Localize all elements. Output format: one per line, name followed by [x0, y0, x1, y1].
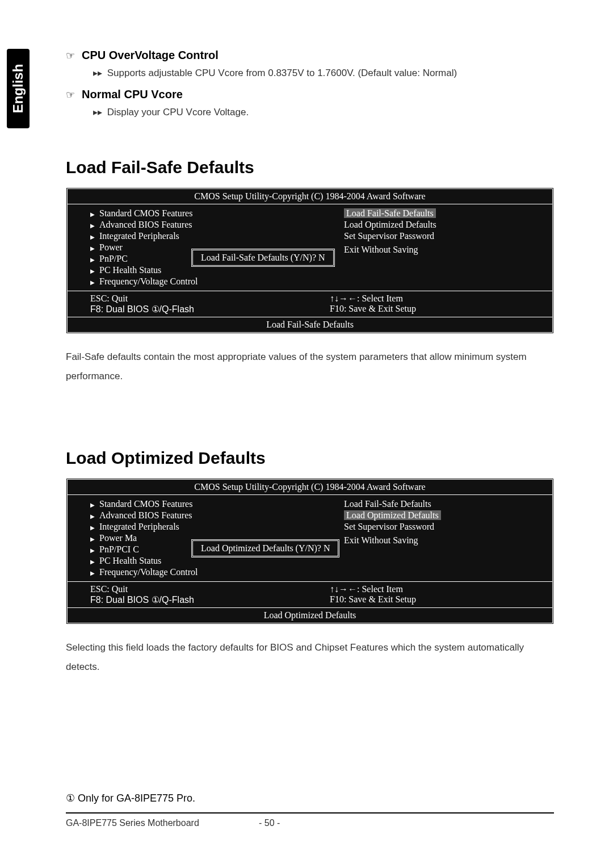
bios-menu-item: Load Optimized Defaults — [344, 219, 552, 230]
menu-label: Power — [99, 242, 123, 252]
footer-row: GA-8IPE775 Series Motherboard - 50 - — [66, 818, 554, 828]
menu-label: Standard CMOS Features — [99, 208, 192, 218]
bios-menu-item: Load Fail-Safe Defaults — [344, 208, 552, 219]
bios-prompt-dialog: Load Optimized Defaults (Y/N)? N — [191, 539, 339, 557]
bios-menu-item: Set Supervisor Password — [344, 521, 552, 532]
triangle-icon: ▶ — [90, 223, 99, 229]
bios-screenshot-failsafe: CMOS Setup Utility-Copyright (C) 1984-20… — [66, 187, 554, 334]
triangle-icon: ▶ — [90, 547, 99, 553]
desc-text: Supports adjustable CPU Vcore from 0.837… — [107, 68, 457, 78]
bios-menu-item: Load Optimized Defaults — [344, 510, 552, 521]
bios-key-hints: ESC: Quit F8: Dual BIOS ①/Q-Flash ↑↓→←: … — [68, 582, 552, 608]
section-description: Fail-Safe defaults contain the most appr… — [66, 347, 554, 386]
key-hint: ESC: Quit — [90, 584, 313, 594]
menu-label: Frequency/Voltage Control — [99, 567, 198, 577]
key-hint: ESC: Quit — [90, 293, 313, 304]
bios-menu-area: ▶Standard CMOS Features ▶Advanced BIOS F… — [68, 204, 552, 291]
triangle-icon: ▶ — [90, 559, 99, 565]
bios-menu-item: ▶Advanced BIOS Features — [90, 219, 310, 230]
option-normal-vcore: ☞ Normal CPU Vcore — [66, 88, 554, 101]
bios-menu-item: Exit Without Saving — [344, 535, 552, 546]
bios-menu-item: Exit Without Saving — [344, 244, 552, 255]
page-number: - 50 - — [259, 818, 304, 828]
menu-label: PC Health Status — [99, 556, 161, 565]
option-cpu-overvoltage: ☞ CPU OverVoltage Control — [66, 49, 554, 62]
triangle-icon: ▶ — [90, 570, 99, 576]
bios-right-col: Load Fail-Safe Defaults Load Optimized D… — [310, 498, 552, 578]
key-hints-right: ↑↓→←: Select Item F10: Save & Exit Setup — [313, 293, 552, 315]
arrow-icon: ▸▸ — [93, 68, 102, 78]
language-label: English — [10, 64, 26, 114]
bios-left-col: ▶Standard CMOS Features ▶Advanced BIOS F… — [68, 498, 310, 578]
menu-label: Advanced BIOS Features — [99, 220, 192, 229]
section-heading-optimized: Load Optimized Defaults — [66, 448, 554, 468]
menu-label: PC Health Status — [99, 265, 161, 275]
footer-model: GA-8IPE775 Series Motherboard — [66, 818, 259, 828]
menu-label: Integrated Peripherals — [99, 522, 179, 531]
key-hints-left: ESC: Quit F8: Dual BIOS ①/Q-Flash — [73, 293, 313, 315]
key-hints-left: ESC: Quit F8: Dual BIOS ①/Q-Flash — [73, 584, 313, 605]
bios-prompt-dialog: Load Fail-Safe Defaults (Y/N)? N — [191, 249, 335, 267]
footer-rule — [66, 812, 554, 814]
page-content: ☞ CPU OverVoltage Control ▸▸ Supports ad… — [66, 49, 554, 677]
triangle-icon: ▶ — [90, 268, 99, 274]
footnote-line: ① Only for GA-8IPE775 Pro. — [66, 792, 554, 804]
key-hint: ↑↓→←: Select Item — [330, 584, 552, 594]
bios-menu-item: ▶Integrated Peripherals — [90, 521, 310, 532]
bios-menu-item: ▶Integrated Peripherals — [90, 230, 310, 242]
key-hint: F8: Dual BIOS ①/Q-Flash — [90, 304, 313, 315]
menu-label: Standard CMOS Features — [99, 499, 192, 509]
triangle-icon: ▶ — [90, 513, 99, 519]
menu-label: Advanced BIOS Features — [99, 510, 192, 520]
section-heading-failsafe: Load Fail-Safe Defaults — [66, 158, 554, 177]
menu-label: PnP/PCI C — [99, 544, 139, 554]
bios-screenshot-optimized: CMOS Setup Utility-Copyright (C) 1984-20… — [66, 478, 554, 624]
pointer-icon: ☞ — [66, 89, 77, 101]
page-footer: ① Only for GA-8IPE775 Pro. GA-8IPE775 Se… — [66, 792, 554, 828]
triangle-icon: ▶ — [90, 525, 99, 531]
bios-right-col: Load Fail-Safe Defaults Load Optimized D… — [310, 208, 552, 287]
pointer-icon: ☞ — [66, 49, 77, 62]
option-title: CPU OverVoltage Control — [82, 49, 219, 62]
bios-menu-item: ▶Frequency/Voltage Control — [90, 567, 310, 578]
triangle-icon: ▶ — [90, 234, 99, 240]
menu-label: Power Ma — [99, 533, 137, 543]
key-hint: F10: Save & Exit Setup — [330, 594, 552, 605]
bios-footer: Load Optimized Defaults — [68, 608, 552, 623]
bios-menu-area: ▶Standard CMOS Features ▶Advanced BIOS F… — [68, 495, 552, 582]
option-title: Normal CPU Vcore — [82, 88, 183, 101]
triangle-icon: ▶ — [90, 245, 99, 251]
bios-menu-item: ▶Advanced BIOS Features — [90, 510, 310, 521]
menu-label: Integrated Peripherals — [99, 231, 179, 241]
menu-label: Frequency/Voltage Control — [99, 276, 198, 286]
menu-label: PnP/PC — [99, 254, 128, 263]
bios-footer: Load Fail-Safe Defaults — [68, 317, 552, 332]
option-desc: ▸▸ Display your CPU Vcore Voltage. — [93, 107, 554, 118]
triangle-icon: ▶ — [90, 211, 99, 217]
key-hint: ↑↓→←: Select Item — [330, 293, 552, 304]
bios-key-hints: ESC: Quit F8: Dual BIOS ①/Q-Flash ↑↓→←: … — [68, 291, 552, 317]
bios-title: CMOS Setup Utility-Copyright (C) 1984-20… — [68, 480, 552, 495]
key-hints-right: ↑↓→←: Select Item F10: Save & Exit Setup — [313, 584, 552, 605]
key-hint: F8: Dual BIOS ①/Q-Flash — [90, 594, 313, 605]
bios-menu-item: Set Supervisor Password — [344, 230, 552, 242]
menu-label-highlight: Load Optimized Defaults — [344, 510, 441, 520]
desc-text: Display your CPU Vcore Voltage. — [107, 107, 249, 118]
section-description: Selecting this field loads the factory d… — [66, 638, 554, 677]
bios-left-col: ▶Standard CMOS Features ▶Advanced BIOS F… — [68, 208, 310, 287]
triangle-icon: ▶ — [90, 502, 99, 508]
triangle-icon: ▶ — [90, 257, 99, 263]
key-hint: F10: Save & Exit Setup — [330, 304, 552, 314]
bios-menu-item: Load Fail-Safe Defaults — [344, 498, 552, 510]
bios-menu-item: ▶Standard CMOS Features — [90, 498, 310, 510]
arrow-icon: ▸▸ — [93, 107, 102, 117]
language-tab: English — [7, 49, 30, 128]
option-desc: ▸▸ Supports adjustable CPU Vcore from 0.… — [93, 68, 554, 79]
bios-menu-item: ▶Standard CMOS Features — [90, 208, 310, 219]
bios-menu-item: ▶Frequency/Voltage Control — [90, 276, 310, 287]
bios-title: CMOS Setup Utility-Copyright (C) 1984-20… — [68, 189, 552, 204]
triangle-icon: ▶ — [90, 279, 99, 286]
menu-label-highlight: Load Fail-Safe Defaults — [344, 208, 436, 218]
triangle-icon: ▶ — [90, 536, 99, 542]
